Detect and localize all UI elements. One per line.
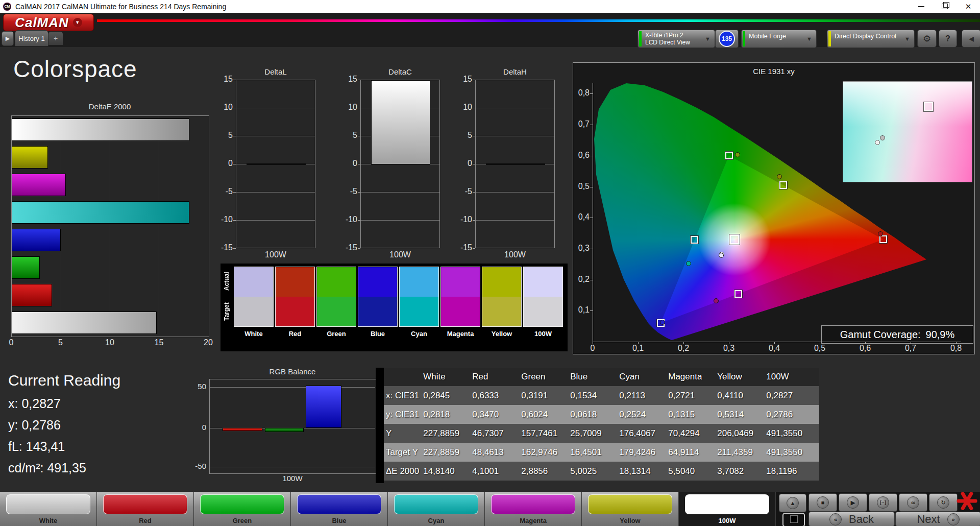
expand-tabs-button[interactable]: ▶ [2,31,14,46]
pattern-button-cyan[interactable]: Cyan [388,492,485,526]
pattern-button-yellow[interactable]: Yellow [582,492,679,526]
table-cell: 0,4110 [715,386,764,405]
cie-measured-blue [660,320,665,325]
deltaH-y-tick: -10 [453,215,472,224]
table-cell: 4,1001 [470,462,519,481]
swatch-actual-100w [523,267,563,297]
inset-measured-dot [875,140,880,145]
table-header-row: WhiteRedGreenBlueCyanMagentaYellow100W [384,368,819,386]
source-dropdown[interactable]: Mobile Forge ▼ [741,30,817,48]
pattern-swatch [297,494,381,514]
tick-mark [590,156,593,156]
cie-x-axis [593,342,961,342]
calman-menu-button[interactable]: CalMAN ▼ [3,14,94,31]
pattern-label: White [0,517,96,524]
chevron-down-icon: ▼ [73,18,82,27]
deltae-bar-yellow [12,146,48,169]
tick-mark [956,342,957,344]
table-cell: 0,3470 [470,405,519,424]
deltaH-y-tick: 15 [453,75,472,84]
cie-x-tick: 0 [582,344,603,353]
add-tab-button[interactable]: + [48,32,63,45]
deltaL-y-tick: 0 [213,159,233,168]
gridline [236,192,315,193]
pattern-button-white[interactable]: White [0,492,97,526]
deltaC-title: DeltaC [360,67,440,76]
next-button[interactable]: Next » [895,512,980,526]
collapse-panel-button[interactable]: ◀ [962,30,980,47]
table-cell: 0,2786 [764,405,819,424]
minimize-button[interactable] [910,0,933,13]
deltaH-x-label: 100W [475,250,555,259]
table-cell: 5,0025 [568,462,617,481]
swatch-actual-yellow [482,267,522,297]
table-cell: 2,8856 [519,462,568,481]
table-cell: 0,3191 [519,386,568,405]
pattern-swatch [394,494,478,514]
play-button[interactable]: ▶ [839,493,867,512]
display-dropdown[interactable]: Direct Display Control ▼ [827,30,915,48]
table-cell: 0,2827 [764,386,819,405]
rgb-balance-x-label: 100W [209,474,376,483]
table-row: Y227,885946,7307157,746125,7009176,40677… [384,424,819,443]
close-button[interactable]: ✕ [957,0,980,13]
pattern-swatch [200,494,284,514]
swatch-target-blue [358,297,398,327]
table-cell: 0,1315 [666,405,715,424]
table-cell: 179,4246 [617,443,666,462]
pattern-button-green[interactable]: Green [194,492,291,526]
restore-button[interactable] [933,0,957,13]
tab-history-1[interactable]: History 1 [15,30,48,46]
table-header: Magenta [666,368,715,386]
tick-mark [473,192,475,193]
cie-x-tick: 0,5 [810,344,830,353]
tick-mark [233,136,236,136]
back-button[interactable]: « Back [808,512,895,526]
rgb-balance-chart [209,379,377,474]
deltaH-title: DeltaH [475,67,555,76]
help-button[interactable]: ? [939,30,957,47]
swatch-label: 100W [522,330,564,338]
deltaH-zero-bar [486,163,545,165]
close-icon: ✕ [965,3,972,10]
meter-mode: LCD Direct View [645,39,690,46]
pattern-window-button[interactable] [782,513,805,526]
cie-x-tick: 0,4 [764,344,785,353]
table-cell: 48,4613 [470,443,519,462]
tick-mark [729,342,729,344]
pattern-button-blue[interactable]: Blue [291,492,388,526]
tick-mark [358,248,360,249]
table-row: y: CIE310,28180,34700,60240,06180,25240,… [384,405,819,424]
table-header [384,368,421,386]
settings-button[interactable]: ⚙ [917,30,937,47]
pattern-button-red[interactable]: Red [97,492,194,526]
deltae-x-tick: 20 [199,338,217,347]
table-cell: 0,2845 [421,386,470,405]
pattern-button-magenta[interactable]: Magenta [485,492,582,526]
tick-mark [683,342,684,344]
chevrons-right-icon: » [947,513,960,525]
meter-dropdown[interactable]: X-Rite i1Pro 2 LCD Direct View ▼ [638,30,715,48]
header-band: CalMAN ▼ ▶ History 1 + X-Rite i1Pro 2 LC… [0,13,980,47]
meter-count-badge[interactable]: 135 [715,30,739,48]
step-button[interactable]: [··] [869,493,897,512]
swatch-actual-red [275,267,315,297]
table-header: 100W [764,368,819,386]
swatch-target-cyan [399,297,439,327]
stop-button[interactable]: ■ [808,493,837,512]
deltae-bar-blue [12,229,61,251]
swatch-actual-green [316,267,356,297]
tick-mark [590,249,593,249]
loop-button[interactable]: ∞ [899,493,927,512]
gridline [236,136,315,136]
tick-mark [638,342,639,344]
pattern-button-100w[interactable]: 100W [679,492,776,526]
tick-mark [233,164,236,164]
cie-y-tick: 0,7 [573,119,590,129]
deltaC-y-tick: 15 [338,75,357,84]
pattern-panel-up-button[interactable]: ▲ [779,494,806,512]
inset-target-square [924,102,933,111]
tick-mark [358,108,360,108]
table-cell: 491,3550 [764,443,819,462]
pattern-swatch [103,494,187,514]
